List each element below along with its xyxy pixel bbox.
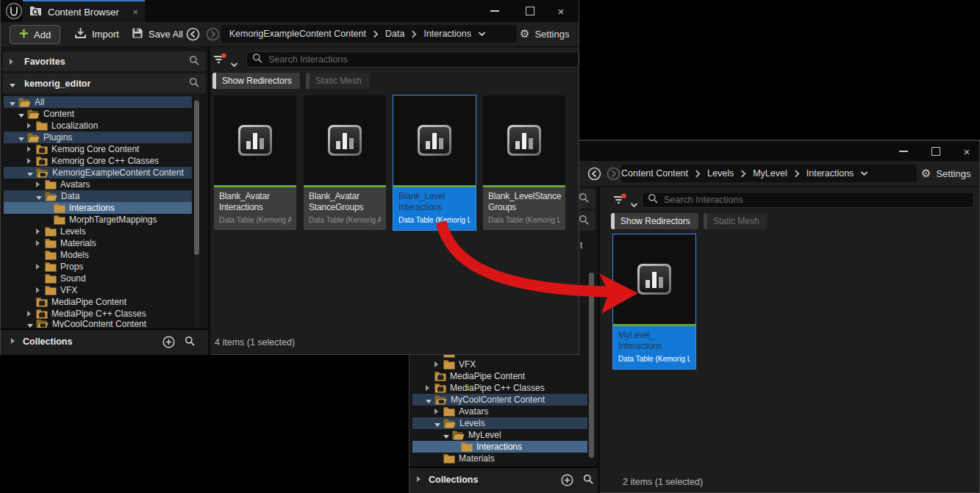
minimize-button[interactable] bbox=[895, 143, 912, 159]
search-icon[interactable] bbox=[583, 474, 593, 484]
chevron-right-icon[interactable] bbox=[36, 181, 44, 187]
settings-button[interactable]: ⚙Settings bbox=[921, 168, 970, 179]
chevron-down-icon[interactable] bbox=[18, 110, 26, 118]
add-collection-button[interactable] bbox=[561, 474, 573, 486]
tree-item-morphtargetmappings[interactable]: MorphTargetMappings bbox=[4, 214, 192, 226]
settings-button[interactable]: ⚙Settings bbox=[520, 28, 569, 40]
filter-chip-show-redirectors[interactable]: Show Redirectors bbox=[212, 73, 300, 89]
minimize-button[interactable] bbox=[486, 3, 504, 19]
tree-item-kemorig-core-c-classes[interactable]: Kemorig Core C++ Classes bbox=[4, 155, 192, 167]
tree-item-vfx[interactable]: VFX bbox=[412, 359, 587, 370]
import-button[interactable]: Import bbox=[74, 25, 119, 43]
search-input[interactable] bbox=[267, 54, 573, 65]
tree-item-avatars[interactable]: Avatars bbox=[412, 406, 587, 417]
tree-item-mediapipe-content[interactable]: MediaPipe Content bbox=[412, 370, 587, 382]
breadcrumb-item-data[interactable]: Data bbox=[385, 29, 404, 39]
chevron-down-icon[interactable] bbox=[860, 170, 868, 176]
window1-titlebar[interactable]: Content Browser × × bbox=[1, 0, 579, 22]
tree-item-plugins[interactable]: Plugins bbox=[4, 132, 192, 143]
add-button[interactable]: Add bbox=[10, 25, 60, 44]
tab-content-browser[interactable]: Content Browser × bbox=[23, 0, 145, 22]
tree-item-materials[interactable]: Materials bbox=[4, 237, 192, 249]
collections-section[interactable]: Collections bbox=[1, 328, 208, 355]
chevron-down-icon[interactable] bbox=[36, 192, 44, 200]
tree-item-kemorig-core-content[interactable]: Kemorig Core Content bbox=[4, 143, 192, 155]
tree-item-mediapipe-content[interactable]: MediaPipe Content bbox=[4, 296, 192, 308]
chevron-right-icon[interactable] bbox=[36, 264, 44, 270]
chevron-down-icon[interactable] bbox=[443, 431, 451, 439]
chevron-down-icon[interactable] bbox=[27, 320, 35, 328]
forward-button[interactable] bbox=[206, 27, 220, 44]
chevron-right-icon[interactable] bbox=[27, 311, 35, 317]
search-icon[interactable] bbox=[185, 336, 195, 346]
asset-tile-blank-avatar-interactions[interactable]: Blank_AvatarInteractionsData Table (Kemo… bbox=[214, 96, 296, 230]
tree-item-content[interactable]: Content bbox=[4, 108, 192, 120]
breadcrumb-item-interactions[interactable]: Interactions bbox=[423, 29, 471, 39]
search-icon[interactable] bbox=[579, 192, 589, 206]
tree-scrollbar[interactable] bbox=[589, 273, 594, 458]
tree-item-interactions[interactable]: Interactions bbox=[412, 441, 587, 453]
filter-chip-static-mesh[interactable]: Static Mesh bbox=[306, 73, 370, 89]
chevron-down-icon[interactable] bbox=[478, 31, 486, 37]
tree-item-vfx[interactable]: VFX bbox=[4, 284, 192, 296]
tree-item-data[interactable]: Data bbox=[4, 190, 192, 202]
tree-item-all[interactable]: All bbox=[4, 96, 192, 108]
chevron-right-icon[interactable] bbox=[426, 385, 434, 391]
tree-item-levels[interactable]: Levels bbox=[4, 226, 192, 237]
tree-item-kemorigexamplecontent-content[interactable]: KemorigExampleContent Content bbox=[4, 167, 192, 179]
chevron-down-icon[interactable] bbox=[27, 169, 35, 176]
tree-item-sound[interactable]: Sound bbox=[4, 273, 192, 284]
chevron-right-icon[interactable] bbox=[27, 158, 35, 164]
chevron-down-icon[interactable] bbox=[230, 57, 238, 71]
tree-item-localization[interactable]: Localization bbox=[4, 120, 192, 132]
tree-item-materials[interactable]: Materials bbox=[412, 453, 587, 464]
chevron-right-icon[interactable] bbox=[36, 287, 44, 293]
tree-item-models[interactable]: Models bbox=[4, 249, 192, 261]
search-icon[interactable] bbox=[579, 215, 589, 228]
filter-chip-static-mesh[interactable]: Static Mesh bbox=[704, 213, 768, 229]
chevron-right-icon[interactable] bbox=[36, 228, 44, 234]
search-icon[interactable] bbox=[189, 55, 199, 68]
tree-item-interactions[interactable]: Interactions bbox=[4, 202, 192, 214]
forward-button[interactable] bbox=[607, 167, 620, 184]
close-button[interactable]: × bbox=[552, 3, 570, 19]
breadcrumb-item-levels[interactable]: Levels bbox=[707, 168, 734, 179]
tree-item-mylevel[interactable]: MyLevel bbox=[412, 429, 587, 441]
chevron-right-icon[interactable] bbox=[27, 146, 35, 152]
filter-icon[interactable] bbox=[612, 193, 627, 209]
filter-icon[interactable] bbox=[212, 53, 227, 68]
close-button[interactable]: × bbox=[958, 143, 976, 159]
breadcrumb-item-interactions[interactable]: Interactions bbox=[806, 168, 854, 179]
tree-item-levels[interactable]: Levels bbox=[412, 417, 587, 429]
tree-item-mycoolcontent-content[interactable]: MyCoolContent Content bbox=[4, 320, 192, 328]
chevron-right-icon[interactable] bbox=[434, 361, 443, 367]
back-button[interactable] bbox=[587, 167, 601, 184]
filter-chip-show-redirectors[interactable]: Show Redirectors bbox=[611, 213, 698, 229]
maximize-button[interactable] bbox=[927, 143, 945, 159]
chevron-right-icon[interactable] bbox=[434, 409, 443, 414]
tree-item-mycoolcontent-content[interactable]: MyCoolContent Content bbox=[412, 394, 587, 406]
tree-item-mediapipe-c-classes[interactable]: MediaPipe C++ Classes bbox=[412, 382, 587, 394]
search-input[interactable] bbox=[662, 194, 968, 206]
asset-tile-blank-avatar-stancegroups[interactable]: Blank_AvatarStanceGroupsData Table (Kemo… bbox=[304, 96, 386, 230]
asset-tile-mylevel-interactions[interactable]: MyLevel_InteractionsData Table (Kemorig … bbox=[613, 234, 695, 369]
breadcrumb-item-content-content[interactable]: Content Content bbox=[621, 168, 688, 179]
chevron-down-icon[interactable] bbox=[10, 98, 18, 106]
tree-item-avatars[interactable]: Avatars bbox=[4, 179, 192, 190]
chevron-down-icon[interactable] bbox=[434, 420, 443, 427]
tree-item-mediapipe-c-classes[interactable]: MediaPipe C++ Classes bbox=[4, 308, 192, 320]
asset-tile-blank-level-interactions[interactable]: Blank_LevelInteractionsData Table (Kemor… bbox=[393, 96, 476, 230]
tree-scrollbar[interactable] bbox=[194, 101, 199, 255]
chevron-down-icon[interactable] bbox=[630, 198, 638, 211]
chevron-down-icon[interactable] bbox=[426, 396, 434, 403]
project-sources-header[interactable]: kemorig_editor bbox=[3, 73, 206, 93]
save-all-button[interactable]: Save All bbox=[132, 25, 183, 43]
back-button[interactable] bbox=[186, 27, 200, 44]
collections-section[interactable]: Collections bbox=[409, 467, 598, 493]
favorites-header[interactable]: Favorites bbox=[3, 51, 206, 71]
asset-tile-blank-levelstance-groups[interactable]: Blank_LevelStanceGroupsData Table (Kemor… bbox=[483, 96, 565, 230]
tree-item-props[interactable]: Props bbox=[4, 261, 192, 273]
tab-close-icon[interactable]: × bbox=[132, 7, 138, 17]
breadcrumb-item-kemorigexamplecontent-content[interactable]: KemorigExampleContent Content bbox=[221, 29, 366, 39]
chevron-right-icon[interactable] bbox=[27, 123, 35, 129]
